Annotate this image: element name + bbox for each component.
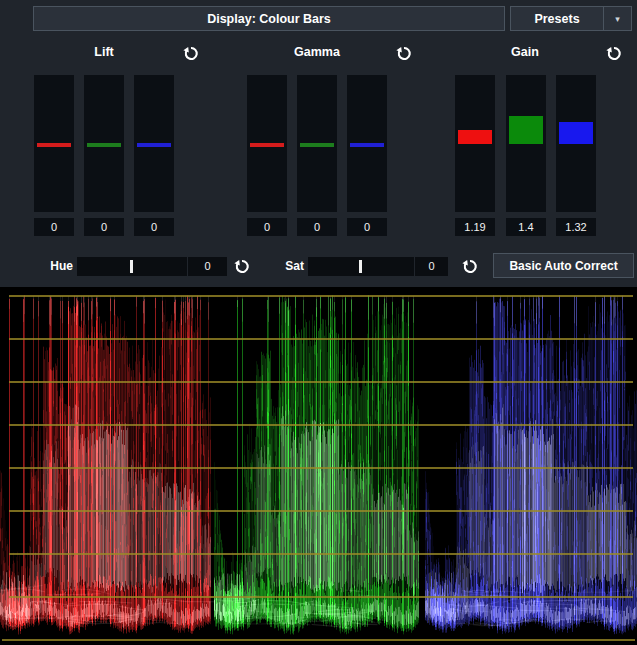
gain-red-value[interactable]: 1.19 [455,218,495,236]
colour-correct-panel: Display: Colour Bars Presets ▾ Lift Gamm… [0,0,637,645]
gamma-blue-value[interactable]: 0 [347,218,387,236]
gamma-red-value[interactable]: 0 [247,218,287,236]
gain-blue-slider[interactable] [556,75,596,212]
lift-label: Lift [34,45,174,61]
gain-reset-icon[interactable] [605,44,623,62]
slider-handle[interactable] [250,143,284,147]
gamma-red-slider[interactable] [247,75,287,212]
slider-handle[interactable] [350,143,384,147]
slider-handle[interactable] [300,143,334,147]
slider-handle[interactable] [559,122,593,144]
sat-value[interactable]: 0 [415,257,448,276]
lift-red-slider[interactable] [34,75,74,212]
hue-value[interactable]: 0 [188,257,227,276]
undo-circle-icon [461,257,479,275]
undo-circle-icon [395,44,413,62]
gamma-blue-slider[interactable] [347,75,387,212]
hue-label: Hue [40,259,73,273]
lift-reset-icon[interactable] [182,44,200,62]
slider-handle[interactable] [37,143,71,147]
rgb-parade-waveform-scope [0,287,637,645]
gamma-reset-icon[interactable] [395,44,413,62]
presets-button[interactable]: Presets [510,6,604,31]
chevron-down-icon: ▾ [615,14,620,24]
slider-handle[interactable] [137,143,171,147]
undo-circle-icon [605,44,623,62]
basic-auto-correct-button[interactable]: Basic Auto Correct [493,253,634,278]
undo-circle-icon [182,44,200,62]
sat-reset-icon[interactable] [461,257,479,275]
slider-handle[interactable] [87,143,121,147]
hue-slider[interactable] [77,257,187,276]
slider-handle[interactable] [458,130,492,144]
gain-green-slider[interactable] [506,75,546,212]
gamma-green-slider[interactable] [297,75,337,212]
sat-slider[interactable] [308,257,414,276]
hue-slider-handle[interactable] [130,260,133,273]
gamma-label: Gamma [247,45,387,61]
gain-red-slider[interactable] [455,75,495,212]
lift-green-slider[interactable] [84,75,124,212]
gain-blue-value[interactable]: 1.32 [556,218,596,236]
lift-blue-slider[interactable] [134,75,174,212]
gamma-green-value[interactable]: 0 [297,218,337,236]
undo-circle-icon [233,257,251,275]
sat-label: Sat [278,259,304,273]
display-colour-bars-button[interactable]: Display: Colour Bars [33,6,505,31]
gain-green-value[interactable]: 1.4 [506,218,546,236]
slider-handle[interactable] [509,116,543,144]
lift-red-value[interactable]: 0 [34,218,74,236]
lift-blue-value[interactable]: 0 [134,218,174,236]
lift-green-value[interactable]: 0 [84,218,124,236]
sat-slider-handle[interactable] [359,260,362,273]
presets-dropdown-arrow[interactable]: ▾ [603,6,632,31]
gain-label: Gain [455,45,595,61]
hue-reset-icon[interactable] [233,257,251,275]
